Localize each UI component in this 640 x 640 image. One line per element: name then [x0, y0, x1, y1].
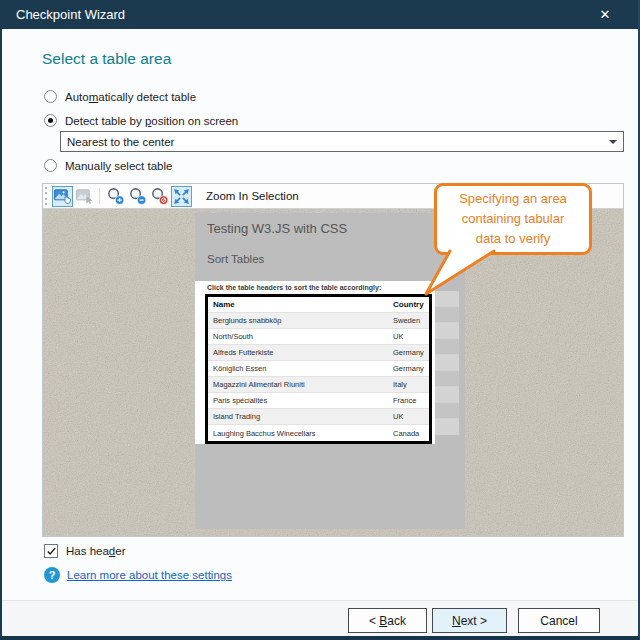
radio-icon[interactable]	[44, 159, 57, 172]
webpage-title: Testing W3.JS with CSS	[207, 221, 347, 236]
radio-icon-selected[interactable]	[44, 114, 57, 127]
webpage-caption: Click the table headers to sort the tabl…	[207, 284, 381, 291]
radio-icon[interactable]	[44, 90, 57, 103]
close-icon[interactable]: ✕	[588, 0, 622, 29]
table-row: Königlich EssenGermany	[208, 361, 429, 377]
checkbox-checked-icon[interactable]	[44, 544, 58, 558]
table-row: North/SouthUK	[208, 329, 429, 345]
radio-manually-select[interactable]: Manually select table	[44, 159, 172, 172]
table-row: Berglunds snabbköpSweden	[208, 313, 429, 329]
magnifier-plus-icon	[106, 186, 125, 206]
expand-arrows-icon	[172, 187, 191, 206]
title-bar: Checkpoint Wizard ✕	[0, 0, 640, 29]
back-button[interactable]: < Back	[348, 608, 427, 633]
webpage-subtitle: Sort Tables	[207, 253, 264, 265]
selected-table[interactable]: Name Country Berglunds snabbköpSweden No…	[205, 294, 432, 444]
table-row: Magazzini Alimentari RiunitiItaly	[208, 377, 429, 393]
next-button[interactable]: Next >	[432, 608, 507, 633]
zoom-in-selection-toggle-icon[interactable]	[171, 186, 192, 207]
table-row: Island TradingUK	[208, 409, 429, 425]
help-question-icon[interactable]: ?	[44, 567, 60, 583]
table-row: Paris spécialitésFrance	[208, 393, 429, 409]
table-row: Alfreds FutterkisteGermany	[208, 345, 429, 361]
screen-preview-area[interactable]: Testing W3.JS with CSS Sort Tables Click…	[43, 208, 623, 536]
zoom-out-icon[interactable]	[127, 186, 148, 207]
footer-button-bar: < Back Next > Cancel	[0, 600, 640, 636]
callout-tail-pointer	[412, 245, 512, 303]
dimmed-table-continuation	[435, 291, 459, 441]
learn-more-link[interactable]: Learn more about these settings	[67, 569, 232, 581]
window-title: Checkpoint Wizard	[16, 7, 125, 22]
cancel-button[interactable]: Cancel	[518, 608, 600, 633]
toolbar-separator	[99, 188, 100, 204]
zoom-in-icon[interactable]	[105, 186, 126, 207]
radio-automatically-detect[interactable]: Automatically detect table	[44, 90, 196, 103]
has-header-checkbox-row[interactable]: Has header	[44, 544, 125, 558]
image-hand-icon	[53, 187, 72, 206]
zoom-reset-icon[interactable]	[149, 186, 170, 207]
checkbox-label: Has header	[66, 545, 125, 557]
magnifier-minus-icon	[128, 186, 147, 206]
toolbar-label: Zoom In Selection	[206, 190, 299, 202]
position-dropdown-value: Nearest to the center	[67, 136, 174, 148]
magnifier-cancel-icon	[150, 186, 169, 206]
help-row: ? Learn more about these settings	[44, 567, 232, 583]
select-table-tool-icon[interactable]	[52, 186, 73, 207]
chevron-down-icon	[609, 140, 617, 144]
radio-label: Automatically detect table	[65, 91, 196, 103]
toolbar-grip-handle[interactable]	[45, 187, 49, 205]
table-header-row: Name Country	[208, 297, 429, 313]
radio-detect-by-position[interactable]: Detect table by position on screen	[44, 114, 238, 127]
table-row: Laughing Bacchus WinecellarsCanada	[208, 425, 429, 441]
radio-label: Manually select table	[65, 160, 172, 172]
checkpoint-wizard-dialog: Checkpoint Wizard ✕ Select a table area …	[0, 0, 640, 640]
table-highlight-region: Click the table headers to sort the tabl…	[195, 281, 435, 444]
radio-label: Detect table by position on screen	[65, 115, 238, 127]
image-arrow-icon-disabled	[75, 187, 94, 206]
position-dropdown[interactable]: Nearest to the center	[60, 131, 624, 152]
page-title: Select a table area	[42, 50, 171, 68]
pick-object-tool-icon[interactable]	[74, 186, 95, 207]
